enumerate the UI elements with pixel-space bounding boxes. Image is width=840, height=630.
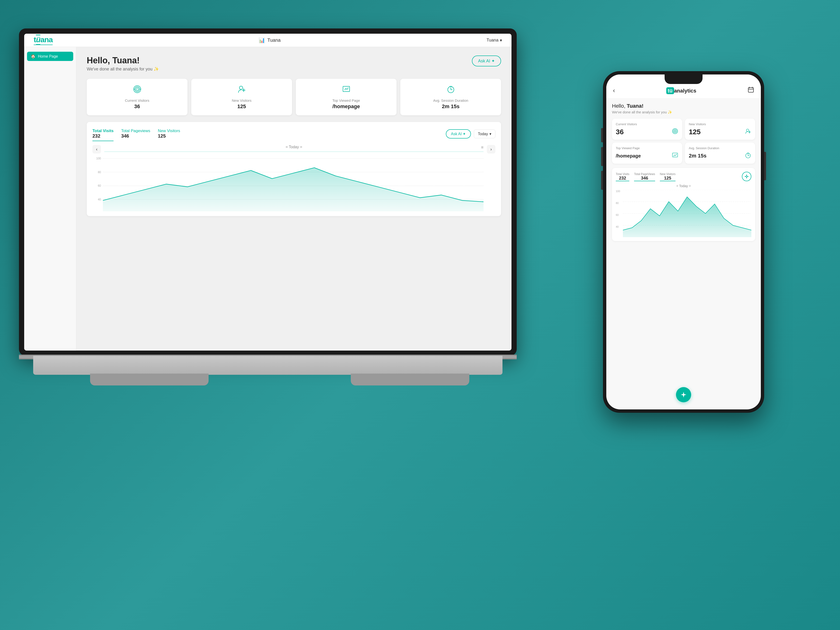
chart-tab-pageviews-label: Total Pageviews (121, 128, 150, 133)
phone-greeting-sub: We've done all the analysis for you ✨ (612, 110, 755, 114)
chart-tab-total-pageviews[interactable]: Total Pageviews 346 (121, 127, 150, 141)
app-sidebar: 🏠 Home Page (24, 47, 76, 351)
laptop-notch (258, 28, 277, 33)
app-main: Hello, Tuana! We've done all the analysi… (76, 47, 512, 351)
svg-point-20 (674, 130, 676, 132)
phone-content: Hello, Tuana! We've done all the analysi… (606, 98, 761, 409)
stat-card-top-page: Top Viewed Page /homepage (296, 79, 396, 115)
phone-chart-tab-pageviews[interactable]: Total PageViews 346 (634, 173, 655, 181)
svg-point-19 (673, 130, 677, 133)
ask-ai-button[interactable]: Ask AI ✦ (472, 55, 501, 66)
chart-y-40: 40 (92, 198, 101, 201)
home-icon: 🏠 (31, 54, 36, 59)
phone-chart-section: Total Visits 232 Total PageViews 346 New… (612, 168, 755, 241)
laptop-base (33, 356, 502, 375)
sidebar-item-home[interactable]: 🏠 Home Page (27, 52, 73, 61)
phone-notch (665, 74, 703, 84)
top-page-value: /homepage (332, 103, 360, 109)
phone-back-button[interactable]: ‹ (613, 87, 615, 94)
bar-chart-icon: 📊 (259, 37, 265, 43)
chart-y-60: 60 (92, 184, 101, 187)
phone-top-page-icon (672, 152, 678, 160)
session-duration-icon (446, 84, 456, 96)
chevron-down-icon: ▾ (500, 38, 502, 43)
greeting-text: Hello, Tuana! We've done all the analysi… (87, 55, 159, 72)
phone-chart-sparkle-icon[interactable] (742, 172, 752, 181)
phone-fab-button[interactable] (676, 387, 691, 402)
phone-chart-newvisitors-value: 125 (660, 176, 676, 181)
stats-cards: Current Visitors 36 (87, 79, 501, 115)
laptop-screen: tüana 📊 Tuana Tuana ▾ 🏠 Home Page (24, 34, 512, 351)
laptop-bezel: tüana 📊 Tuana Tuana ▾ 🏠 Home Page (19, 28, 517, 356)
chart-tab-newvisitors-label: New Visitors (158, 128, 180, 133)
chart-tab-new-visitors[interactable]: New Visitors 125 (158, 127, 180, 141)
new-visitors-label: New Visitors (232, 98, 251, 103)
app-user-menu[interactable]: Tuana ▾ (486, 38, 502, 43)
chart-tab-newvisitors-value: 125 (158, 133, 180, 139)
greeting-title: Hello, Tuana! (87, 55, 159, 65)
laptop-foot-left (90, 374, 208, 385)
greeting-subtitle: We've done all the analysis for you ✨ (87, 66, 159, 72)
phone-side-button-right (764, 152, 766, 180)
current-visitors-label: Current Visitors (125, 98, 149, 103)
top-page-icon (341, 84, 351, 96)
phone-chart-tab-newvisitors[interactable]: New Visitors 125 (660, 173, 676, 181)
phone-session-icon (745, 152, 752, 160)
chart-nav-left[interactable]: ‹ (92, 145, 101, 154)
chart-menu-icon[interactable]: ≡ (481, 145, 483, 150)
phone-chart-pageviews-value: 346 (634, 176, 655, 181)
app-title-center: 📊 Tuana (259, 37, 281, 43)
phone-chart-y-80: 80 (616, 202, 619, 204)
phone-current-visitors-label: Current Visitors (616, 122, 678, 126)
phone-session-label: Avg. Session Duration (689, 146, 752, 150)
phone-side-button-1 (601, 128, 603, 142)
phone-chart-today: = Today = (616, 184, 752, 188)
chart-area: ‹ › = Today = ≡ (92, 145, 495, 211)
phone-body: ‹ tüanalytics Hello, Tuana! (603, 71, 764, 413)
phone-chart-newvisitors-label: New Visitors (660, 173, 676, 176)
chart-tab-total-visits[interactable]: Total Visits 232 (92, 127, 114, 141)
chart-period-select[interactable]: Today ▾ (474, 130, 495, 138)
phone-current-visitors-value: 36 (616, 128, 624, 136)
phone-calendar-icon[interactable] (748, 86, 754, 94)
session-duration-label: Avg. Session Duration (433, 98, 468, 103)
user-label: Tuana (486, 38, 499, 43)
new-visitors-value: 125 (237, 103, 246, 109)
phone-chart-svg (623, 190, 752, 237)
phone-new-visitors-value: 125 (689, 128, 701, 136)
phone-chart-y-40: 40 (616, 225, 619, 228)
phone-current-visitors-icon (672, 128, 678, 136)
chart-svg (103, 157, 483, 211)
phone-stat-session: Avg. Session Duration 2m 15s (685, 142, 755, 164)
stat-card-current-visitors: Current Visitors 36 (87, 79, 188, 115)
chart-controls: Ask AI ✦ Today ▾ (446, 129, 496, 139)
phone-top-page-value: /homepage (616, 153, 641, 159)
chart-period-label: Today (478, 132, 488, 136)
laptop-device: tüana 📊 Tuana Tuana ▾ 🏠 Home Page (19, 28, 540, 408)
phone-chart-tab-visits[interactable]: Total Visits 232 (616, 173, 629, 181)
chart-ask-ai-button[interactable]: Ask AI ✦ (446, 129, 471, 139)
chart-tabs-row: Total Visits 232 Total Pageviews 346 New… (92, 127, 495, 141)
chart-nav-right[interactable]: › (487, 145, 495, 154)
svg-point-2 (136, 88, 139, 90)
phone-session-value: 2m 15s (689, 153, 707, 159)
current-visitors-value: 36 (134, 103, 140, 109)
phone-greeting-name: Tuana! (627, 103, 643, 109)
chevron-down-icon-period: ▾ (489, 131, 491, 136)
app-logo: tüana (34, 35, 53, 45)
svg-rect-14 (748, 87, 753, 92)
current-visitors-icon (133, 84, 142, 96)
phone-chart-y-100: 100 (616, 190, 620, 193)
stat-card-session-duration: Avg. Session Duration 2m 15s (400, 79, 501, 115)
phone-side-button-2 (601, 147, 603, 166)
top-page-label: Top Viewed Page (332, 98, 360, 103)
app-layout: 🏠 Home Page Hello, Tuana! We've done all… (24, 47, 512, 351)
chart-tab-total-visits-label: Total Visits (92, 128, 114, 133)
phone-new-visitors-label: New Visitors (689, 122, 752, 126)
ask-ai-label: Ask AI ✦ (478, 59, 495, 63)
phone-screen: ‹ tüanalytics Hello, Tuana! (606, 74, 761, 409)
phone-chart-visits-label: Total Visits (616, 173, 629, 176)
phone-stats-grid: Current Visitors 36 (612, 119, 755, 164)
phone-chart-tabs: Total Visits 232 Total PageViews 346 New… (616, 172, 752, 181)
chart-y-80: 80 (92, 171, 101, 174)
